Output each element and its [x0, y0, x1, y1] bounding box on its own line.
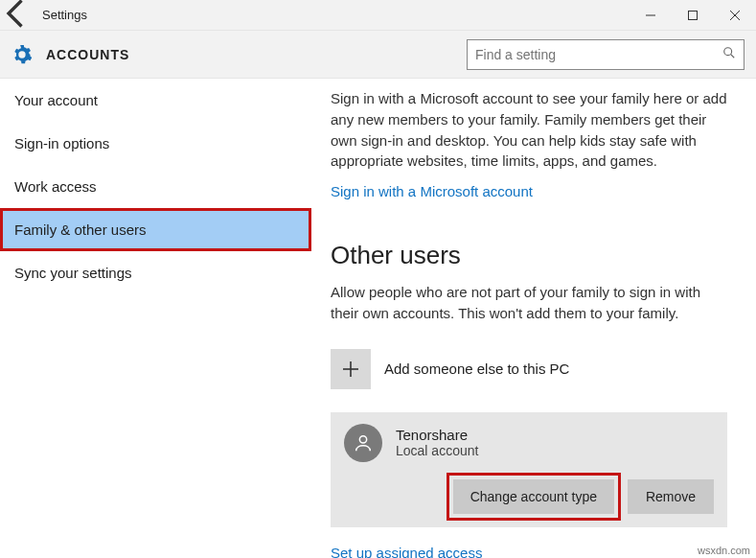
search-input[interactable] — [475, 47, 722, 62]
back-button[interactable] — [0, 0, 34, 35]
minimize-button[interactable] — [630, 0, 672, 31]
maximize-button[interactable] — [672, 0, 714, 31]
search-icon — [722, 46, 736, 63]
user-type: Local account — [396, 443, 478, 458]
sidebar-item-sync-settings[interactable]: Sync your settings — [0, 251, 311, 294]
signin-microsoft-link[interactable]: Sign in with a Microsoft account — [331, 183, 533, 199]
content: Sign in with a Microsoft account to see … — [311, 79, 756, 558]
category-title: ACCOUNTS — [46, 47, 467, 62]
svg-rect-1 — [689, 11, 698, 19]
other-users-subtext: Allow people who are not part of your fa… — [331, 282, 727, 324]
search-box[interactable] — [467, 39, 745, 70]
svg-line-5 — [731, 54, 735, 58]
window-controls — [630, 0, 756, 31]
svg-point-8 — [359, 435, 366, 442]
sidebar-item-your-account[interactable]: Your account — [0, 79, 311, 122]
assigned-access-link[interactable]: Set up assigned access — [331, 545, 482, 559]
header: ACCOUNTS — [0, 31, 756, 79]
user-block[interactable]: Tenorshare Local account Change account … — [331, 412, 727, 527]
sidebar-item-work-access[interactable]: Work access — [0, 165, 311, 208]
add-someone-label: Add someone else to this PC — [384, 360, 569, 377]
change-account-type-button[interactable]: Change account type — [453, 479, 614, 514]
svg-point-4 — [724, 47, 732, 55]
window-title: Settings — [42, 8, 630, 22]
main: Your account Sign-in options Work access… — [0, 79, 756, 558]
watermark: wsxdn.com — [698, 545, 750, 556]
add-someone-button[interactable]: Add someone else to this PC — [331, 349, 727, 389]
close-button[interactable] — [714, 0, 756, 31]
sidebar: Your account Sign-in options Work access… — [0, 79, 311, 558]
remove-button[interactable]: Remove — [628, 479, 714, 514]
sidebar-item-signin-options[interactable]: Sign-in options — [0, 122, 311, 165]
sidebar-item-family-other-users[interactable]: Family & other users — [0, 208, 311, 251]
user-row: Tenorshare Local account — [344, 424, 714, 462]
family-intro-text: Sign in with a Microsoft account to see … — [331, 88, 727, 172]
titlebar: Settings — [0, 0, 756, 31]
avatar-icon — [344, 424, 382, 462]
gear-icon — [8, 40, 36, 69]
plus-icon — [331, 349, 371, 389]
user-name: Tenorshare — [396, 427, 478, 443]
user-actions: Change account type Remove — [344, 479, 714, 514]
other-users-heading: Other users — [331, 241, 727, 270]
